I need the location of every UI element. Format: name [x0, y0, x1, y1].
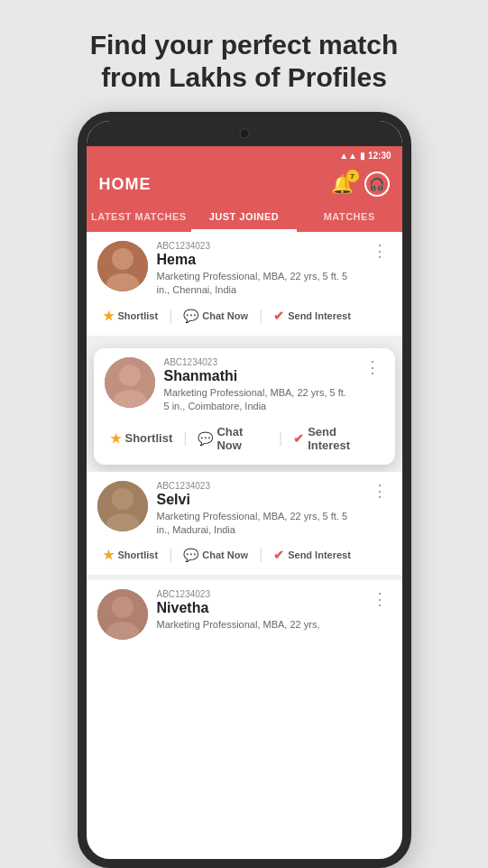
profile-details-hema: Marketing Professional, MBA, 22 yrs, 5 f…: [157, 270, 359, 298]
card-top-shanmathi: ABC1234023 Shanmathi Marketing Professio…: [105, 357, 384, 414]
chat-btn-shanmathi[interactable]: 💬 Chat Now: [192, 421, 273, 456]
profile-details-selvi: Marketing Professional, MBA, 22 yrs, 5 f…: [157, 510, 359, 538]
app-header: HOME 🔔 7 🎧: [87, 164, 402, 204]
notification-bell[interactable]: 🔔 7: [331, 173, 354, 195]
star-icon: ★: [110, 431, 122, 446]
camera: [239, 128, 250, 139]
interest-btn-shanmathi[interactable]: ✔ Send Interest: [288, 421, 383, 456]
interest-btn-hema[interactable]: ✔ Send Interest: [268, 305, 356, 327]
profile-id-shanmathi: ABC1234023: [164, 357, 352, 367]
page-headline: Find your perfect match from Lakhs of Pr…: [72, 0, 417, 112]
shortlist-btn-shanmathi[interactable]: ★ Shortlist: [105, 428, 179, 449]
card-top-selvi: ABC1234023 Selvi Marketing Professional,…: [97, 481, 391, 538]
battery-icon: ▮: [360, 151, 365, 161]
chat-btn-hema[interactable]: 💬 Chat Now: [178, 305, 253, 327]
chat-icon: 💬: [198, 431, 213, 446]
card-menu-nivetha[interactable]: ⋮: [368, 589, 391, 609]
avatar-shanmathi[interactable]: [105, 357, 155, 408]
chat-btn-selvi[interactable]: 💬 Chat Now: [178, 544, 253, 566]
profile-card-shanmathi: ABC1234023 Shanmathi Marketing Professio…: [94, 348, 395, 465]
check-icon: ✔: [273, 548, 284, 562]
profile-details-shanmathi: Marketing Professional, MBA, 22 yrs, 5 f…: [164, 386, 352, 414]
chat-icon: 💬: [183, 548, 198, 562]
star-icon: ★: [103, 309, 115, 323]
notch: [87, 121, 402, 146]
card-actions-shanmathi: ★ Shortlist | 💬 Chat Now | ✔ Send Intere…: [105, 421, 384, 456]
profile-id-nivetha: ABC1234023: [157, 589, 359, 599]
profile-name-hema: Hema: [157, 252, 359, 268]
svg-point-10: [112, 596, 134, 618]
tabs-bar: LATEST MATCHES JUST JOINED MATCHES: [87, 204, 402, 232]
card-menu-selvi[interactable]: ⋮: [368, 481, 391, 501]
headset-button[interactable]: 🎧: [364, 171, 390, 197]
profile-card-hema: ABC1234023 Hema Marketing Professional, …: [87, 232, 402, 341]
card-info-nivetha: ABC1234023 Nivetha Marketing Professiona…: [157, 589, 359, 632]
shortlist-btn-selvi[interactable]: ★ Shortlist: [97, 544, 164, 566]
shortlist-btn-hema[interactable]: ★ Shortlist: [97, 305, 164, 327]
card-info-hema: ABC1234023 Hema Marketing Professional, …: [157, 241, 359, 298]
profile-card-selvi: ABC1234023 Selvi Marketing Professional,…: [87, 472, 402, 581]
interest-btn-selvi[interactable]: ✔ Send Interest: [268, 544, 356, 566]
chat-icon: 💬: [183, 309, 198, 323]
avatar-nivetha[interactable]: [97, 589, 148, 640]
svg-point-4: [119, 365, 141, 386]
status-icons: ▲▲ ▮ 12:30: [339, 151, 391, 161]
avatar-hema[interactable]: [97, 241, 148, 291]
profile-name-nivetha: Nivetha: [157, 600, 359, 616]
card-info-shanmathi: ABC1234023 Shanmathi Marketing Professio…: [164, 357, 352, 414]
tab-matches[interactable]: MATCHES: [297, 204, 402, 232]
profile-card-nivetha: ABC1234023 Nivetha Marketing Professiona…: [87, 580, 402, 656]
status-bar: ▲▲ ▮ 12:30: [87, 146, 402, 164]
check-icon: ✔: [293, 431, 304, 446]
card-menu-shanmathi[interactable]: ⋮: [361, 357, 384, 377]
phone-frame: ▲▲ ▮ 12:30 HOME 🔔 7 🎧 LATEST MATCHES JUS…: [78, 112, 411, 868]
check-icon: ✔: [273, 309, 284, 323]
profile-id-hema: ABC1234023: [157, 241, 359, 251]
tab-latest-matches[interactable]: LATEST MATCHES: [87, 204, 192, 232]
wifi-icon: ▲▲: [339, 151, 357, 161]
card-info-selvi: ABC1234023 Selvi Marketing Professional,…: [157, 481, 359, 538]
svg-point-1: [112, 248, 134, 270]
star-icon: ★: [103, 548, 115, 562]
avatar-selvi[interactable]: [97, 481, 148, 531]
card-menu-hema[interactable]: ⋮: [368, 241, 391, 261]
profile-details-nivetha: Marketing Professional, MBA, 22 yrs,: [157, 618, 359, 632]
card-top-hema: ABC1234023 Hema Marketing Professional, …: [97, 241, 391, 298]
header-icons: 🔔 7 🎧: [331, 171, 390, 197]
profile-name-selvi: Selvi: [157, 492, 359, 508]
time-display: 12:30: [368, 151, 391, 161]
card-actions-hema: ★ Shortlist | 💬 Chat Now | ✔ Send Intere…: [97, 305, 391, 327]
card-top-nivetha: ABC1234023 Nivetha Marketing Professiona…: [97, 589, 391, 640]
card-actions-selvi: ★ Shortlist | 💬 Chat Now | ✔ Send Intere…: [97, 544, 391, 566]
svg-point-7: [112, 488, 134, 510]
headline-line2: from Lakhs of Profiles: [101, 62, 387, 92]
cards-container: ABC1234023 Hema Marketing Professional, …: [87, 232, 402, 656]
tab-just-joined[interactable]: JUST JOINED: [191, 204, 297, 232]
app-title: HOME: [99, 175, 152, 194]
notification-badge: 7: [346, 170, 359, 182]
headline-line1: Find your perfect match: [90, 30, 399, 60]
profile-name-shanmathi: Shanmathi: [164, 368, 352, 384]
profile-id-selvi: ABC1234023: [157, 481, 359, 491]
